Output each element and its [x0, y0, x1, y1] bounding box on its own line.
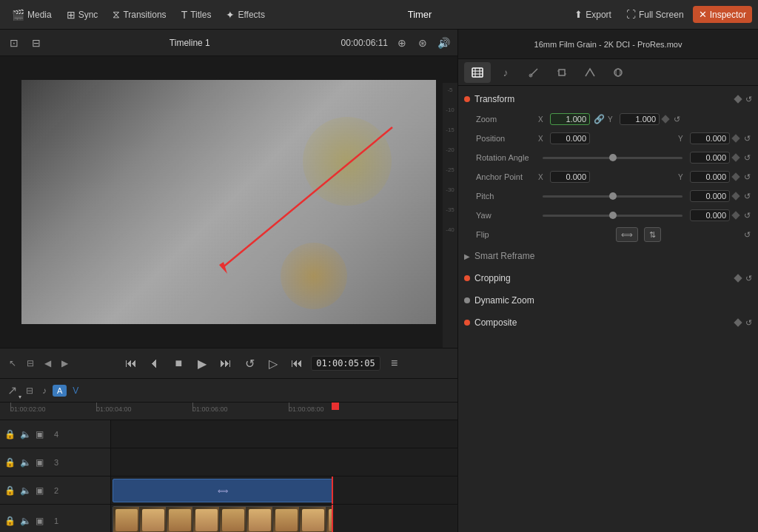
composite-header[interactable]: Composite ↺	[458, 312, 758, 333]
nav-next[interactable]: ▶	[58, 357, 71, 370]
zoom-link-icon[interactable]: 🔗	[593, 114, 605, 124]
track-row-4: 🔒 🔈 ▣ 4	[0, 420, 457, 448]
pitch-reset[interactable]: ↺	[742, 192, 752, 201]
cropping-header[interactable]: Cropping ↺	[458, 268, 758, 289]
step-frame-btn[interactable]: ▷	[264, 354, 283, 373]
track-layout-btn[interactable]: ⊟	[23, 384, 36, 397]
transitions-menu-item[interactable]: ⧖ Transitions	[107, 5, 172, 24]
zoom-y-axis: Y	[608, 115, 617, 124]
track-body-1[interactable]	[111, 505, 457, 532]
go-start-btn[interactable]: ⏮	[121, 354, 141, 373]
tab-color[interactable]	[520, 62, 547, 83]
zoom-keyframe[interactable]	[661, 115, 669, 123]
lock-icon-3[interactable]: 🔒	[4, 457, 16, 468]
audio-icon-1[interactable]: 🔈	[20, 516, 31, 526]
dynamic-zoom-header[interactable]: Dynamic Zoom	[458, 290, 758, 311]
go-end-btn[interactable]: ⏭	[216, 354, 235, 373]
prev-marker-btn[interactable]: ⏮	[287, 354, 306, 373]
zoom-y-input[interactable]	[620, 113, 660, 125]
lock-icon-2[interactable]: 🔒	[4, 485, 16, 496]
preview-audio-icon[interactable]: 🔊	[435, 35, 452, 51]
pitch-input[interactable]	[690, 190, 730, 202]
tool-select[interactable]: ↖	[6, 357, 19, 370]
flip-horizontal-btn[interactable]: ⟺	[616, 227, 638, 242]
video-track-indicator[interactable]: V	[70, 384, 81, 397]
yaw-row: Yaw ↺	[458, 206, 758, 225]
inspector-button[interactable]: ✕ Inspector	[693, 6, 752, 23]
effects-menu-item[interactable]: ✦ Effects	[220, 6, 270, 24]
rotation-input[interactable]	[690, 152, 730, 164]
preview-transform-icon[interactable]: ⊛	[415, 35, 431, 51]
composite-title: Composite	[474, 317, 731, 328]
lock-icon-4[interactable]: 🔒	[4, 429, 16, 440]
position-y-input[interactable]	[690, 132, 730, 144]
step-back-btn[interactable]: ⏴	[145, 354, 164, 373]
video-icon-2[interactable]: ▣	[36, 485, 44, 496]
yaw-slider[interactable]	[543, 215, 682, 217]
tool-trim[interactable]: ⊟	[24, 357, 37, 370]
preview-icon-btn-1[interactable]: ⊡	[6, 35, 22, 51]
transport-timecode[interactable]: 01:00:05:05	[311, 356, 380, 371]
position-keyframe[interactable]	[731, 134, 739, 142]
lock-icon-1[interactable]: 🔒	[4, 516, 16, 526]
zoom-reset[interactable]: ↺	[671, 115, 682, 124]
edit-mode-btn[interactable]: ↗ ▾	[4, 382, 20, 399]
anchor-keyframe[interactable]	[731, 172, 739, 181]
audio-icon-4[interactable]: 🔈	[20, 429, 31, 440]
rotation-keyframe[interactable]	[731, 153, 739, 161]
anchor-x-input[interactable]	[550, 171, 590, 183]
play-btn[interactable]: ▶	[192, 354, 212, 373]
position-reset[interactable]: ↺	[742, 134, 752, 144]
nav-prev[interactable]: ◀	[41, 357, 54, 370]
cropping-keyframe[interactable]	[734, 274, 742, 282]
tab-360[interactable]	[605, 62, 631, 83]
transform-keyframe[interactable]	[734, 95, 742, 103]
video-icon-1[interactable]: ▣	[36, 516, 44, 526]
sync-menu-item[interactable]: ⊞ Sync	[61, 6, 104, 24]
track-body-3[interactable]	[111, 448, 457, 476]
track-mode-indicator[interactable]: A	[53, 385, 67, 397]
menu-btn[interactable]: ≡	[385, 354, 404, 373]
yaw-input[interactable]	[690, 209, 730, 221]
audio-icon-3[interactable]: 🔈	[20, 457, 31, 468]
smart-reframe-section: ▶ Smart Reframe	[458, 246, 758, 266]
position-x-input[interactable]	[550, 132, 590, 144]
pitch-slider[interactable]	[543, 195, 682, 198]
rotation-slider[interactable]	[543, 157, 682, 159]
loop-btn[interactable]: ↺	[240, 354, 259, 373]
titles-menu-item[interactable]: T Titles	[175, 6, 218, 24]
tab-crop[interactable]	[549, 62, 575, 83]
rotation-reset[interactable]: ↺	[742, 153, 752, 163]
tab-speed[interactable]	[577, 62, 603, 83]
track-body-4[interactable]	[111, 420, 457, 448]
anchor-y-input[interactable]	[690, 171, 730, 183]
yaw-reset[interactable]: ↺	[742, 211, 752, 220]
tab-video[interactable]	[464, 62, 491, 83]
flip-vertical-btn[interactable]: ⇅	[644, 227, 661, 242]
flip-reset[interactable]: ↺	[742, 230, 752, 240]
transform-header[interactable]: Transform ↺	[458, 89, 758, 110]
media-menu-item[interactable]: 🎬 Media	[6, 6, 58, 24]
stop-btn[interactable]: ■	[169, 354, 188, 373]
track-body-2[interactable]: ⟺	[111, 477, 457, 504]
composite-reset[interactable]: ↺	[745, 318, 752, 328]
audio-track-btn[interactable]: ♪	[39, 384, 50, 397]
audio-icon-2[interactable]: 🔈	[20, 485, 31, 496]
yaw-keyframe[interactable]	[731, 211, 739, 219]
zoom-x-input[interactable]	[550, 113, 590, 125]
cropping-reset[interactable]: ↺	[745, 274, 752, 283]
transform-reset[interactable]: ↺	[745, 95, 752, 104]
anchor-reset[interactable]: ↺	[742, 172, 752, 182]
preview-snap-icon[interactable]: ⊕	[394, 35, 410, 51]
preview-icon-btn-2[interactable]: ⊟	[28, 35, 44, 51]
export-button[interactable]: ⬆ Export	[568, 6, 617, 23]
pitch-keyframe[interactable]	[731, 192, 739, 200]
fullscreen-button[interactable]: ⛶ Full Screen	[620, 6, 690, 23]
smart-reframe-header[interactable]: ▶ Smart Reframe	[458, 246, 758, 266]
video-icon-3[interactable]: ▣	[36, 457, 44, 468]
composite-keyframe[interactable]	[734, 318, 742, 326]
clip-track-1[interactable]	[113, 506, 333, 532]
video-icon-4[interactable]: ▣	[36, 429, 44, 440]
clip-track-2[interactable]: ⟺	[113, 479, 333, 502]
tab-audio[interactable]: ♪	[492, 62, 519, 83]
